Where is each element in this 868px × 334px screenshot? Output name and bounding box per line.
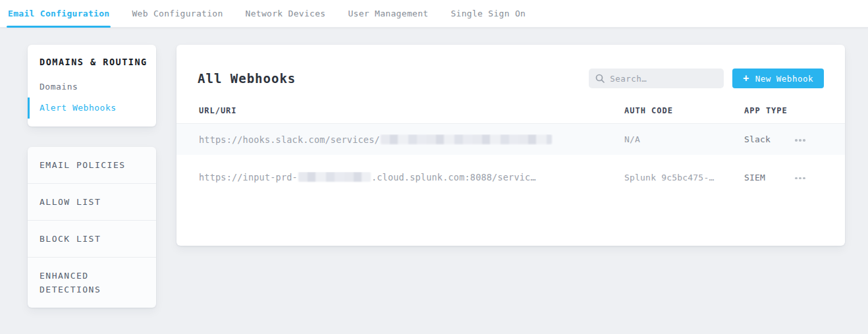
new-webhook-label: New Webhook <box>755 74 813 84</box>
page-content: DOMAINS & ROUTING Domains Alert Webhooks… <box>0 28 868 308</box>
column-header-url: URL/URI <box>199 106 624 115</box>
page-title: All Webhooks <box>198 71 296 86</box>
cell-url: https://input-prd-.cloud.splunk.com:8088… <box>199 172 624 182</box>
table-body: https://hooks.slack.com/services/ N/A Sl… <box>176 124 845 200</box>
tab-single-sign-on[interactable]: Single Sign On <box>449 0 527 27</box>
top-nav: Email Configuration Web Configuration Ne… <box>0 0 868 28</box>
url-text-suffix: .cloud.splunk.com:8088/servic… <box>371 172 536 182</box>
column-header-auth: AUTH CODE <box>624 106 744 115</box>
new-webhook-button[interactable]: + New Webhook <box>732 69 824 88</box>
tab-email-configuration[interactable]: Email Configuration <box>7 0 111 27</box>
sidebar-item-alert-webhooks[interactable]: Alert Webhooks <box>28 97 156 119</box>
webhooks-panel-header: All Webhooks + New Webhook <box>176 45 845 88</box>
ellipsis-icon <box>795 139 798 142</box>
sidebar: DOMAINS & ROUTING Domains Alert Webhooks… <box>28 45 156 308</box>
url-text: https://input-prd- <box>199 172 298 182</box>
url-text: https://hooks.slack.com/services/ <box>199 134 380 145</box>
tab-web-configuration[interactable]: Web Configuration <box>130 0 224 27</box>
column-header-app-type: APP TYPE <box>744 106 795 115</box>
cell-app-type: Slack <box>744 134 795 144</box>
sidebar-item-enhanced-detections[interactable]: ENHANCED DETECTIONS <box>28 257 156 308</box>
plus-icon: + <box>743 74 749 84</box>
webhooks-panel: All Webhooks + New Webhook URL/URI AUTH … <box>176 45 845 246</box>
policy-card: EMAIL POLICIES ALLOW LIST BLOCK LIST ENH… <box>28 147 156 308</box>
row-menu-button[interactable] <box>795 171 809 183</box>
tab-user-management[interactable]: User Management <box>346 0 429 27</box>
domains-routing-title: DOMAINS & ROUTING <box>28 55 156 69</box>
search-icon <box>595 74 605 83</box>
cell-url: https://hooks.slack.com/services/ <box>199 134 624 145</box>
table-header: URL/URI AUTH CODE APP TYPE <box>176 106 845 124</box>
ellipsis-icon <box>795 177 798 180</box>
sidebar-item-block-list[interactable]: BLOCK LIST <box>28 220 156 257</box>
tab-network-devices[interactable]: Network Devices <box>244 0 327 27</box>
search-input[interactable] <box>610 74 717 84</box>
row-menu-button[interactable] <box>795 134 809 146</box>
redacted-text <box>298 172 371 182</box>
cell-auth-code: Splunk 9c5bc475-… <box>624 173 744 182</box>
sidebar-item-allow-list[interactable]: ALLOW LIST <box>28 183 156 220</box>
sidebar-item-domains[interactable]: Domains <box>28 76 156 97</box>
redacted-text <box>381 134 552 144</box>
cell-auth-code: N/A <box>624 134 744 144</box>
sidebar-item-email-policies[interactable]: EMAIL POLICIES <box>28 147 156 183</box>
domains-routing-card: DOMAINS & ROUTING Domains Alert Webhooks <box>28 45 156 126</box>
table-row: https://hooks.slack.com/services/ N/A Sl… <box>176 124 845 155</box>
cell-app-type: SIEM <box>744 173 795 182</box>
table-row: https://input-prd-.cloud.splunk.com:8088… <box>176 155 845 200</box>
search-box[interactable] <box>589 69 724 88</box>
